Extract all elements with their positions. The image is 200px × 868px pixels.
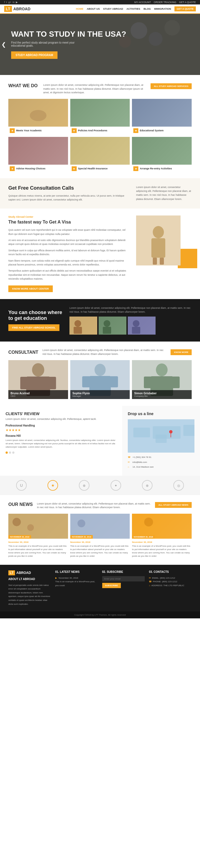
service-item-reentry[interactable]: ★ Arrange Re-entry Activities xyxy=(132,137,192,173)
get-quote-toplink[interactable]: GET A QUOTE xyxy=(179,1,196,4)
news-badge-3: NOVEMBER 30, 2018 xyxy=(132,535,155,539)
linkedin-icon[interactable]: in xyxy=(12,1,15,4)
service-name-academic: Meets Your Academic xyxy=(16,129,42,132)
contact-address-icon: ⌂ xyxy=(149,584,150,587)
svg-rect-35 xyxy=(109,376,118,388)
google-icon[interactable]: g+ xyxy=(8,1,11,4)
subscribe-input[interactable] xyxy=(102,576,145,582)
nav-immigration[interactable]: IMMIGRATION xyxy=(154,7,171,10)
footer-news: 01. LATEST NEWS ▶ November 30, 2018 This… xyxy=(55,570,98,606)
svg-rect-16 xyxy=(160,258,164,265)
drop-line-section: Drop us a line ☎ +1 (562) 304 78 91 ✉ xyxy=(122,406,200,475)
logo-text: ABROAD xyxy=(13,7,30,11)
svg-text:U: U xyxy=(20,483,23,488)
consultation-section: Get Free Consultation Calls Quisque ultr… xyxy=(0,178,200,209)
service-item-policies[interactable]: ★ Policies And Procedures xyxy=(70,99,130,135)
team-card-sophie[interactable]: Sophie Flynn Manager xyxy=(70,360,130,399)
service-img-health xyxy=(70,137,130,165)
nav-activities[interactable]: ACTIVITIES xyxy=(126,7,140,10)
hero-prev-arrow[interactable]: ❮ xyxy=(1,41,6,48)
partner-logo-5: ⊗ xyxy=(139,480,155,491)
team-role-sophie: Manager xyxy=(73,395,128,397)
visa-right xyxy=(136,215,192,266)
twitter-icon[interactable]: t xyxy=(6,1,7,4)
header: LT ABROAD HOME ABOUT US STUDY ABROAD ACT… xyxy=(0,4,200,14)
edu-img-3 xyxy=(128,316,155,335)
svg-point-27 xyxy=(32,363,44,376)
our-news-section: OUR NEWS Lorem ipsum dolor sit amet, con… xyxy=(0,495,200,565)
footer-news-item-1: ▶ November 30, 2018 This is an example o… xyxy=(55,576,98,588)
nav-study[interactable]: STUDY ABROAD xyxy=(103,7,123,10)
consultant-header: CONSULTANT Lorem ipsum dolor sit amet, c… xyxy=(8,348,192,356)
partner-logo-2: ★ xyxy=(45,480,61,491)
news-grid: NOVEMBER 30, 2018 November 30, 2018 This… xyxy=(8,514,192,558)
service-label-reentry: ★ Arrange Re-entry Activities xyxy=(132,165,192,173)
education-images xyxy=(69,316,192,335)
footer-phone: ☎PHONE: (800) 123-1212 xyxy=(149,580,192,584)
team-card-bruno[interactable]: Bruno Acelrad CEO xyxy=(8,360,68,399)
service-item-health[interactable]: ★ Special Health Insurance xyxy=(70,137,130,173)
nav-about[interactable]: ABOUT US xyxy=(87,7,100,10)
consultation-left: Get Free Consultation Calls Quisque ultr… xyxy=(8,185,131,202)
reviewer-name: Roxana Hill xyxy=(5,434,117,437)
svg-rect-29 xyxy=(20,377,31,389)
get-quote-button[interactable]: GET A QUOTE xyxy=(174,6,196,11)
footer-about-title: ABOUT LT ABROAD xyxy=(8,578,51,581)
all-services-button[interactable]: ALL STUDY ABROAD SERVICES xyxy=(150,83,192,89)
education-cta-button[interactable]: FIND ALL STUDY ABROAD SCHOOL xyxy=(8,324,59,331)
visa-cta-button[interactable]: KNOW MORE ABOUT CENTER xyxy=(8,285,53,292)
svg-text:★: ★ xyxy=(51,483,54,488)
news-card-3[interactable]: NOVEMBER 30, 2018 November 30, 2018 This… xyxy=(132,514,192,558)
all-news-button[interactable]: ALL STUDY ABROAD NEWS xyxy=(155,502,192,508)
service-item-academic[interactable]: ★ Meets Your Academic xyxy=(8,99,68,135)
know-more-button[interactable]: KNOW MORE xyxy=(171,349,192,355)
news-img-3: NOVEMBER 30, 2018 xyxy=(132,514,192,539)
review-stars: ★★★★★ xyxy=(5,428,117,432)
svg-rect-44 xyxy=(155,435,167,443)
subscribe-form: SUBSCRIBE xyxy=(102,576,145,588)
review-dot-1[interactable] xyxy=(5,452,8,454)
service-img-academic xyxy=(8,99,68,127)
partner-logo-6: ◎ xyxy=(170,480,187,491)
drop-line-title: Drop us a line xyxy=(128,411,195,416)
health-icon: ★ xyxy=(72,166,77,171)
news-card-2[interactable]: NOVEMBER 30, 2018 November 30, 2018 This… xyxy=(70,514,130,558)
svg-rect-8 xyxy=(132,99,192,127)
service-item-housing[interactable]: ★ Advise Housing Choices xyxy=(8,137,68,173)
policies-icon: ★ xyxy=(72,128,77,133)
review-dot-2[interactable] xyxy=(9,452,11,454)
svg-rect-42 xyxy=(133,428,150,437)
youtube-icon[interactable]: ▶ xyxy=(16,1,18,4)
subscribe-button[interactable]: SUBSCRIBE xyxy=(102,583,121,588)
svg-point-64 xyxy=(78,520,85,527)
facebook-icon[interactable]: f xyxy=(4,1,5,4)
svg-rect-11 xyxy=(132,137,192,165)
svg-rect-39 xyxy=(144,376,152,388)
reentry-icon: ★ xyxy=(133,166,138,171)
hero-cta-button[interactable]: STUDY ABROAD PROGRAM xyxy=(11,51,57,59)
address-row: ⌂ 14, 31st Madison ave xyxy=(128,465,195,469)
footer-news-title: 01. LATEST NEWS xyxy=(55,570,98,574)
my-account-link[interactable]: MY ACCOUNT xyxy=(134,1,151,4)
service-item-education[interactable]: ★ Educational System xyxy=(132,99,192,135)
review-dot-3[interactable] xyxy=(12,452,15,454)
address-text: 14, 31st Madison ave xyxy=(133,465,153,469)
svg-rect-10 xyxy=(70,137,130,165)
news-card-1[interactable]: NOVEMBER 30, 2018 November 30, 2018 This… xyxy=(8,514,68,558)
team-info-sophie: Sophie Flynn Manager xyxy=(70,390,130,399)
nav-blog[interactable]: BLOG xyxy=(144,7,151,10)
top-links: MY ACCOUNT ORDER TRACKING GET A QUOTE xyxy=(134,1,196,4)
academic-icon: ★ xyxy=(10,128,15,133)
svg-point-3 xyxy=(165,20,180,35)
footer-contacts-title: 03. CONTACTS xyxy=(149,570,192,574)
nav-home[interactable]: HOME xyxy=(76,7,83,10)
review-dots xyxy=(5,452,117,454)
order-tracking-link[interactable]: ORDER TRACKING xyxy=(153,1,176,4)
team-card-simon[interactable]: Simon Grisbaber Company Bio xyxy=(132,360,192,399)
review-description: Lorem ipsum dolor sit amet, consectetur … xyxy=(5,417,117,421)
phone-text: +1 (562) 304 78 91 xyxy=(133,455,151,459)
service-label-health: ★ Special Health Insurance xyxy=(70,165,130,173)
svg-point-32 xyxy=(94,364,106,376)
consultation-left-text: Quisque ultrices metus viverra, at ante … xyxy=(8,194,131,202)
footer-bottom: Copyright ©2018 by LTT Themes. All right… xyxy=(0,612,200,618)
